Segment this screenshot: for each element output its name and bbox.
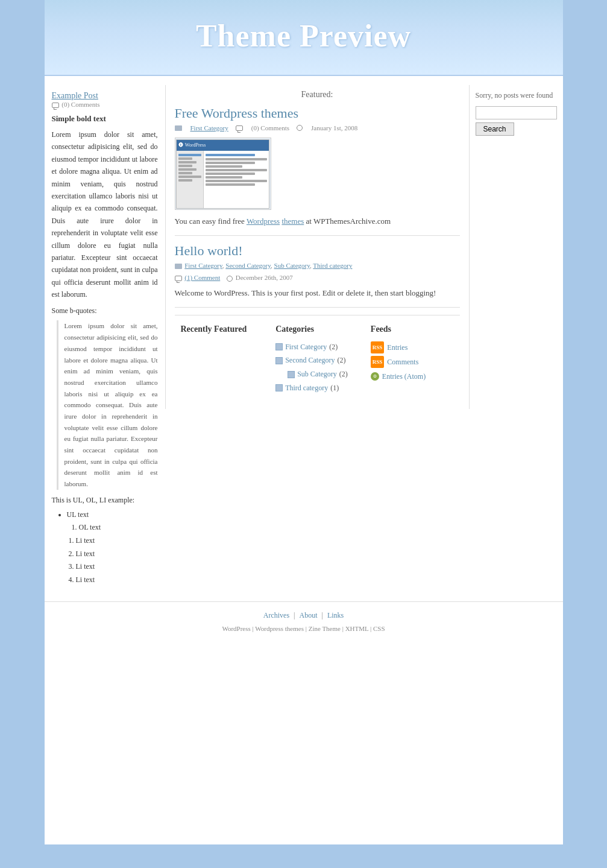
blockquote-text: Lorem ipsum dolor sit amet, consectetur … bbox=[57, 320, 158, 489]
list-item: Li text bbox=[76, 574, 158, 587]
rss-icon: RSS bbox=[371, 356, 385, 368]
feed-item-atom: ⊙ Entries (Atom) bbox=[371, 369, 454, 384]
feed-item-entries: RSS Entries bbox=[371, 340, 454, 355]
category-item: Second Category (2) bbox=[275, 353, 359, 367]
atom-icon: ⊙ bbox=[371, 372, 379, 381]
comments-feed-link[interactable]: Comments bbox=[387, 355, 418, 369]
example-post-title[interactable]: Example Post bbox=[52, 91, 98, 100]
bquotes-label: Some b-quotes: bbox=[52, 306, 158, 315]
feed-item-comments: RSS Comments bbox=[371, 355, 454, 369]
featured-post-info: First Category (0) Comments January 1st,… bbox=[175, 124, 460, 131]
category-icon bbox=[275, 357, 283, 364]
nav-separator: | bbox=[294, 611, 297, 619]
footer-links-link[interactable]: Links bbox=[327, 611, 344, 619]
categories-heading: Categories bbox=[275, 325, 359, 334]
hw-cat-2[interactable]: Second Category bbox=[225, 262, 271, 269]
featured-post-category[interactable]: First Category bbox=[190, 124, 228, 131]
wp-link-1[interactable]: Wordpress bbox=[247, 217, 280, 226]
category-icon bbox=[288, 371, 295, 378]
category-link-3[interactable]: Sub Category bbox=[297, 367, 337, 381]
featured-label: Featured: bbox=[175, 90, 460, 100]
right-sidebar: Sorry, no posts were found Search bbox=[470, 85, 563, 142]
featured-post-thumbnail: 🅦 WordPress bbox=[175, 138, 271, 210]
hello-world-description: Welcome to WordPress. This is your first… bbox=[175, 287, 460, 300]
hw-date: December 26th, 2007 bbox=[236, 274, 293, 281]
hw-cat-3[interactable]: Sub Category bbox=[274, 262, 310, 269]
hello-world-title: Hello world! bbox=[175, 243, 460, 259]
category-link-4[interactable]: Third category bbox=[285, 381, 328, 395]
hw-comments[interactable]: (1) Comment bbox=[184, 274, 220, 281]
credit-wordpress[interactable]: WordPress bbox=[222, 625, 250, 632]
main-content: Featured: Free Wordpress themes First Ca… bbox=[165, 85, 470, 409]
bottom-columns: Recently Featured Categories First Categ… bbox=[175, 315, 460, 404]
ol-item: OL text bbox=[79, 521, 158, 534]
hw-cat-1[interactable]: First Category bbox=[184, 262, 222, 269]
list-item: Li text bbox=[76, 548, 158, 561]
folder-icon bbox=[175, 264, 182, 269]
list-item: Li text bbox=[76, 534, 158, 548]
categories-section: Categories First Category (2) Second Cat… bbox=[269, 322, 365, 398]
credit-css[interactable]: CSS bbox=[373, 625, 385, 632]
atom-feed-link[interactable]: Entries (Atom) bbox=[382, 369, 426, 384]
sub-category-item: Sub Category (2) bbox=[275, 367, 359, 381]
hello-world-meta: First Category, Second Category, Sub Cat… bbox=[175, 262, 460, 269]
credit-zine-theme[interactable]: Zine Theme bbox=[309, 625, 341, 632]
category-link-2[interactable]: Second Category bbox=[285, 353, 335, 367]
separator bbox=[175, 235, 460, 236]
hw-cat-4[interactable]: Third category bbox=[313, 262, 352, 269]
list-item: Li text bbox=[76, 560, 158, 574]
example-post-meta: (0) Comments bbox=[52, 101, 158, 108]
rss-icon: RSS bbox=[371, 341, 385, 353]
recently-featured-heading: Recently Featured bbox=[181, 325, 264, 334]
hello-world-comments-meta: (1) Comment December 26th, 2007 bbox=[175, 274, 460, 281]
search-button[interactable]: Search bbox=[476, 122, 514, 136]
feeds-section: Feeds RSS Entries RSS Comments ⊙ Entries… bbox=[365, 322, 460, 398]
site-footer: Archives | About | Links WordPress | Wor… bbox=[45, 601, 563, 641]
list-example-label: This is UL, OL, LI example: bbox=[52, 496, 158, 505]
category-icon bbox=[275, 343, 283, 350]
folder-icon bbox=[175, 125, 182, 131]
category-item: First Category (2) bbox=[275, 340, 359, 354]
separator-2 bbox=[175, 307, 460, 308]
no-posts-text: Sorry, no posts were found bbox=[476, 91, 557, 100]
footer-credits: WordPress | Wordpress themes | Zine Them… bbox=[45, 625, 563, 632]
featured-post-date: January 1st, 2008 bbox=[311, 124, 357, 131]
footer-about-link[interactable]: About bbox=[299, 611, 317, 619]
comment-icon bbox=[52, 103, 59, 108]
wp-logo-text: 🅦 WordPress bbox=[179, 142, 206, 148]
featured-post-description: You can easy find free Wordpress themes … bbox=[175, 215, 460, 228]
footer-archives-link[interactable]: Archives bbox=[263, 611, 289, 619]
ul-ol-example: UL text OL text Li text Li text Li text … bbox=[52, 508, 158, 587]
credit-wp-themes[interactable]: Wordpress themes bbox=[255, 625, 304, 632]
wp-link-2[interactable]: themes bbox=[281, 217, 304, 226]
category-link-1[interactable]: First Category bbox=[285, 340, 327, 354]
site-title: Theme Preview bbox=[45, 18, 563, 54]
category-icon bbox=[275, 384, 283, 391]
comment-icon bbox=[175, 276, 182, 281]
footer-nav: Archives | About | Links bbox=[45, 611, 563, 620]
sidebar-body-text: Lorem ipsum dolor sit amet, consectetur … bbox=[52, 128, 158, 300]
wp-screenshot: 🅦 WordPress bbox=[176, 139, 269, 209]
nav-separator: | bbox=[321, 611, 324, 619]
left-sidebar: Example Post (0) Comments Simple bold te… bbox=[45, 85, 165, 592]
featured-post-comments: (0) Comments bbox=[251, 124, 289, 131]
comment-icon bbox=[236, 125, 243, 131]
recently-featured-section: Recently Featured bbox=[175, 322, 270, 398]
search-input[interactable] bbox=[476, 106, 557, 119]
clock-icon bbox=[297, 125, 303, 131]
bold-text-label: Simple bold text bbox=[52, 114, 158, 124]
credit-xhtml[interactable]: XHTML bbox=[345, 625, 369, 632]
ul-item: UL text bbox=[67, 508, 158, 522]
site-header: Theme Preview bbox=[45, 0, 563, 76]
featured-post-title[interactable]: Free Wordpress themes bbox=[175, 106, 460, 121]
entries-feed-link[interactable]: Entries bbox=[387, 340, 407, 355]
category-item: Third category (1) bbox=[275, 381, 359, 395]
feeds-heading: Feeds bbox=[371, 325, 454, 334]
clock-icon bbox=[227, 276, 233, 282]
content-wrapper: Example Post (0) Comments Simple bold te… bbox=[45, 76, 563, 601]
